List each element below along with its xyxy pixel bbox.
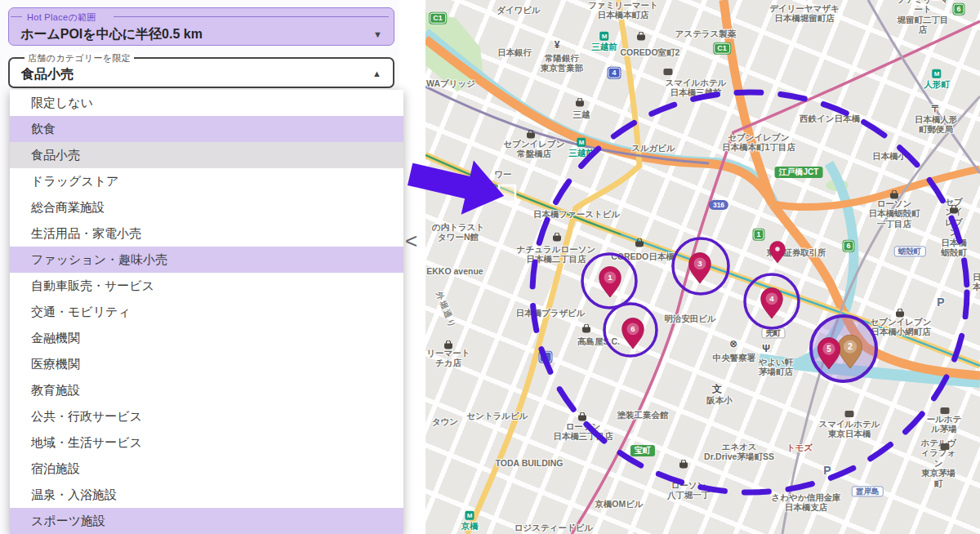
filter-panel: Hot Placeの範囲 ホームPOIを中心に半径0.5 km ▼ 店舗のカテゴ… <box>0 0 399 534</box>
map-pin-6[interactable]: 6 <box>622 318 644 349</box>
category-option-14[interactable]: 宿泊施設 <box>10 456 403 482</box>
svg-text:3: 3 <box>697 259 702 268</box>
svg-text:2: 2 <box>848 341 853 351</box>
svg-text:1: 1 <box>608 273 612 282</box>
collapse-panel-chevron-icon[interactable]: < <box>405 229 417 254</box>
category-option-15[interactable]: 温泉・入浴施設 <box>10 482 403 508</box>
hotplace-range-select[interactable]: Hot Placeの範囲 ホームPOIを中心に半径0.5 km ▼ <box>8 7 394 46</box>
hotplace-range-label: Hot Placeの範囲 <box>27 11 96 24</box>
radius-dashed-circle <box>532 92 967 492</box>
svg-text:6: 6 <box>630 324 635 333</box>
category-option-1[interactable]: 飲食 <box>10 116 403 142</box>
category-option-12[interactable]: 公共・行政サービス <box>10 403 403 429</box>
svg-text:5: 5 <box>826 345 831 354</box>
caret-down-icon[interactable]: ▼ <box>373 29 382 39</box>
category-select-value: 食品小売 <box>21 66 74 83</box>
category-option-7[interactable]: 自動車販売・サービス <box>10 273 403 299</box>
map-pin-1[interactable]: 1 <box>599 267 621 297</box>
notch-line <box>114 16 389 17</box>
notch-line <box>11 16 22 17</box>
category-option-9[interactable]: 金融機関 <box>10 325 403 351</box>
map-canvas[interactable]: ダイワビルファミリーマート 日本橋本町店デイリーヤマザキ 日本橋堀留町店ファミリ… <box>425 0 980 534</box>
category-option-0[interactable]: 限定しない <box>10 90 403 116</box>
category-option-3[interactable]: ドラッグストア <box>10 168 403 194</box>
home-poi-box <box>499 185 515 202</box>
map-pin-4[interactable]: 4 <box>761 288 783 318</box>
category-option-11[interactable]: 教育施設 <box>10 377 403 403</box>
caret-up-icon[interactable]: ▲ <box>372 69 381 78</box>
category-option-8[interactable]: 交通・モビリティ <box>10 299 403 325</box>
svg-text:4: 4 <box>769 294 774 303</box>
category-select[interactable]: 店舗のカテゴリーを限定 食品小売 ▲ <box>8 57 394 88</box>
map-overlay-layer: 251346 <box>425 0 980 534</box>
category-option-4[interactable]: 総合商業施設 <box>10 194 403 220</box>
category-option-10[interactable]: 医療機関 <box>10 351 403 377</box>
hotplace-range-value: ホームPOIを中心に半径0.5 km <box>20 26 203 43</box>
map-pin-3[interactable]: 3 <box>689 253 711 283</box>
category-option-6[interactable]: ファッション・趣味小売 <box>10 247 403 273</box>
category-option-2[interactable]: 食品小売 <box>10 142 403 168</box>
category-option-13[interactable]: 地域・生活サービス <box>10 429 403 456</box>
category-option-5[interactable]: 生活用品・家電小売 <box>10 220 403 247</box>
category-options-list: 限定しない飲食食品小売ドラッグストア総合商業施設生活用品・家電小売ファッション・… <box>10 90 403 534</box>
category-option-16[interactable]: スポーツ施設 <box>10 508 403 534</box>
category-select-label: 店舗のカテゴリーを限定 <box>24 52 134 65</box>
map-pin[interactable] <box>770 242 786 263</box>
